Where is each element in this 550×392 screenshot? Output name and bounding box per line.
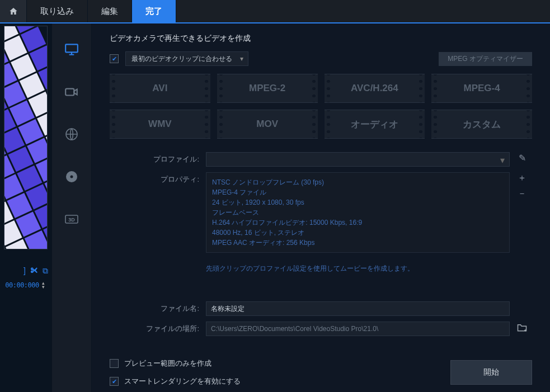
prop-line: H.264 ハイプロファイルビデオ: 15000 Kbps, 16:9 bbox=[212, 218, 504, 228]
remove-profile-button[interactable]: － bbox=[516, 188, 528, 199]
browse-folder-button[interactable] bbox=[516, 322, 528, 333]
format-custom[interactable]: カスタム bbox=[431, 110, 532, 139]
main-panel: ビデオカメラで再生できるビデオを作成 最初のビデオクリップに合わせる MPEG … bbox=[92, 23, 550, 392]
pencil-icon: ✎ bbox=[519, 153, 526, 163]
format-mpeg2[interactable]: MPEG-2 bbox=[217, 74, 318, 103]
folder-plus-icon bbox=[516, 322, 528, 332]
filepath-display: C:\Users\ZERO\Documents\Corel VideoStudi… bbox=[206, 322, 510, 336]
prop-line: NTSC ノンドロップフレーム (30 fps) bbox=[212, 177, 504, 187]
format-avi[interactable]: AVI bbox=[110, 74, 210, 103]
disc-icon bbox=[65, 170, 78, 183]
sidebar-computer[interactable] bbox=[64, 41, 79, 57]
scissors-icon[interactable]: ✀ bbox=[30, 266, 38, 276]
preview-thumbnail bbox=[4, 26, 48, 249]
preview-only-label: プレビュー範囲のみを作成 bbox=[124, 358, 211, 369]
hint-text: 先頭クリップのプロファイル設定を使用してムービーを作成します。 bbox=[206, 258, 510, 273]
mpeg-optimizer-button: MPEG オプティマイザー bbox=[439, 52, 532, 66]
svg-point-4 bbox=[70, 176, 73, 178]
tab-finish[interactable]: 完了 bbox=[132, 0, 176, 22]
prop-line: MPEG-4 ファイル bbox=[212, 187, 504, 197]
split-icon[interactable]: ⧉ bbox=[43, 266, 48, 276]
plus-icon: ＋ bbox=[518, 172, 527, 184]
filepath-label: ファイルの場所: bbox=[110, 322, 199, 334]
sidebar-disc[interactable] bbox=[64, 169, 79, 185]
svg-text:3D: 3D bbox=[68, 217, 75, 223]
profile-select[interactable] bbox=[206, 152, 510, 167]
add-profile-button[interactable]: ＋ bbox=[516, 172, 528, 183]
timecode[interactable]: 00:00:000 bbox=[5, 281, 39, 289]
filename-input[interactable] bbox=[206, 301, 510, 316]
format-mov[interactable]: MOV bbox=[217, 110, 318, 139]
mark-out-icon[interactable]: ] bbox=[23, 266, 26, 276]
match-clip-checkbox[interactable] bbox=[110, 54, 119, 63]
smart-render-label: スマートレンダリングを有効にする bbox=[124, 376, 241, 386]
globe-icon bbox=[65, 127, 78, 141]
match-clip-dropdown[interactable]: 最初のビデオクリップに合わせる bbox=[125, 51, 248, 66]
minus-icon: － bbox=[518, 188, 527, 200]
preview-panel: ] ✀ ⧉ 00:00:000 ▴ ▾ bbox=[0, 23, 51, 392]
tab-import[interactable]: 取り込み bbox=[27, 0, 88, 22]
page-heading: ビデオカメラで再生できるビデオを作成 bbox=[110, 34, 532, 44]
output-type-sidebar: 3D bbox=[51, 23, 92, 392]
tab-home[interactable] bbox=[0, 0, 27, 22]
prop-line: 24 ビット, 1920 x 1080, 30 fps bbox=[212, 197, 504, 207]
smart-render-checkbox[interactable] bbox=[110, 377, 119, 386]
svg-rect-0 bbox=[65, 44, 78, 52]
sidebar-web[interactable] bbox=[64, 126, 79, 142]
prop-line: 48000 Hz, 16 ビット, ステレオ bbox=[212, 228, 504, 238]
format-mpeg4[interactable]: MPEG-4 bbox=[431, 74, 532, 103]
filename-label: ファイル名: bbox=[110, 301, 199, 314]
sidebar-3d[interactable]: 3D bbox=[64, 211, 79, 227]
home-icon bbox=[9, 7, 18, 16]
top-tabs: 取り込み 編集 完了 bbox=[0, 0, 550, 23]
format-avc[interactable]: AVC/H.264 bbox=[325, 74, 425, 103]
three-d-icon: 3D bbox=[65, 214, 78, 225]
camcorder-icon bbox=[64, 86, 79, 98]
format-audio[interactable]: オーディオ bbox=[325, 110, 425, 139]
format-grid: AVI MPEG-2 AVC/H.264 MPEG-4 WMV MOV オーディ… bbox=[110, 74, 532, 139]
tab-edit[interactable]: 編集 bbox=[88, 0, 132, 22]
svg-rect-1 bbox=[65, 89, 74, 96]
prop-line: MPEG AAC オーディオ: 256 Kbps bbox=[212, 238, 504, 248]
sidebar-device[interactable] bbox=[64, 84, 79, 100]
start-button[interactable]: 開始 bbox=[450, 360, 532, 385]
properties-box: NTSC ノンドロップフレーム (30 fps) MPEG-4 ファイル 24 … bbox=[206, 172, 510, 253]
prop-line: フレームベース bbox=[212, 207, 504, 218]
format-wmv[interactable]: WMV bbox=[110, 110, 210, 139]
properties-label: プロパティ: bbox=[110, 172, 199, 185]
monitor-icon bbox=[64, 42, 79, 56]
edit-profile-button[interactable]: ✎ bbox=[516, 152, 528, 163]
profile-label: プロファイル: bbox=[110, 152, 199, 164]
preview-only-checkbox[interactable] bbox=[110, 359, 119, 368]
timecode-down[interactable]: ▾ bbox=[41, 285, 46, 289]
